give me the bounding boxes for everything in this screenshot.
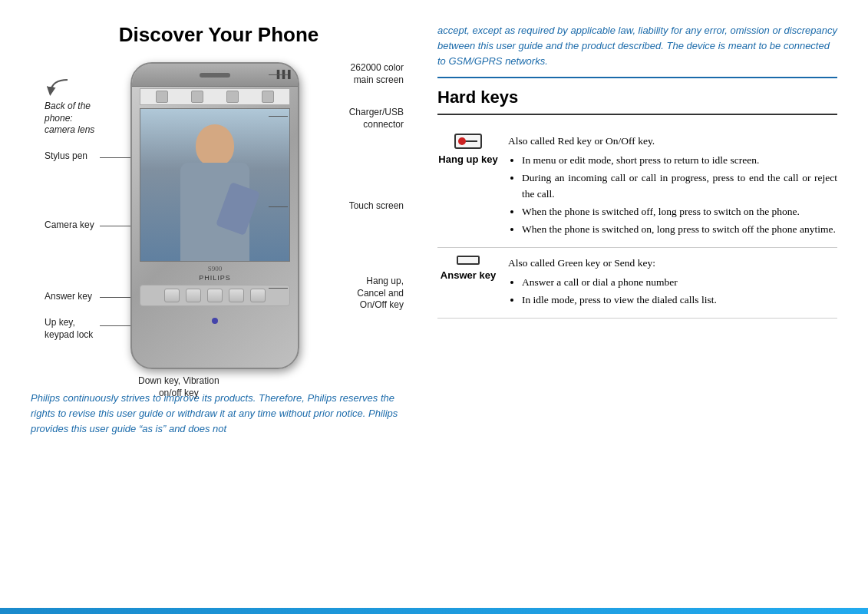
bluetooth-indicator (212, 318, 218, 324)
line-up-key (100, 325, 130, 326)
label-answer: Answer key (45, 291, 92, 303)
label-down-key: Down key, Vibrationon/off key (138, 375, 219, 399)
answer-key-label: Answer key (441, 269, 496, 281)
app-icon-2 (191, 91, 203, 103)
phone-screen (140, 108, 290, 262)
phone-brand: PHILIPS (132, 274, 298, 282)
answer-key-bullets: Answer a call or dial a phone number In … (508, 275, 837, 309)
phone-top-bar: ▌▌▌ (132, 64, 298, 87)
nav-btn-2 (186, 289, 201, 302)
section-divider (437, 114, 837, 115)
answer-bullet-1: Answer a call or dial a phone number (522, 275, 837, 291)
page: Discover Your Phone Back of the phone: c… (0, 0, 868, 614)
nav-btn-4 (229, 289, 244, 302)
label-main-screen: 262000 colormain screen (351, 62, 404, 86)
nav-btn-3 (207, 289, 223, 302)
app-icon-1 (156, 91, 168, 103)
person-head (196, 124, 234, 167)
hang-up-key-label: Hang up key (438, 154, 497, 165)
hang-up-key-entry: Hang up key Also called Red key or On/Of… (437, 126, 837, 248)
app-icon-4 (262, 91, 274, 103)
person-image (140, 109, 289, 261)
line-hang-up (269, 288, 288, 289)
right-top-text: accept, except as required by applicable… (437, 23, 837, 78)
hang-up-bullet-1: In menu or edit mode, short press to ret… (522, 153, 837, 169)
key-icon-line (465, 140, 477, 142)
phone-speaker (200, 73, 230, 78)
nav-btn-5 (250, 289, 266, 302)
answer-key-entry: Answer key Also called Green key or Send… (437, 248, 837, 319)
hang-up-key-title: Also called Red key or On/Off key. (508, 134, 837, 150)
hang-up-key-icon (454, 134, 482, 149)
phone-icon-bar (140, 88, 290, 105)
hang-up-key-desc: Also called Red key or On/Off key. In me… (508, 134, 837, 239)
left-column: Discover Your Phone Back of the phone: c… (31, 23, 430, 593)
main-content: Discover Your Phone Back of the phone: c… (0, 0, 868, 608)
line-camera (100, 226, 130, 226)
label-back-of-phone: Back of the phone: camera lens (45, 76, 106, 137)
app-icon-3 (226, 91, 239, 103)
label-hang-up: Hang up,Cancel andOn/Off key (357, 276, 404, 312)
hang-up-bullet-2: During an incoming call or call in progr… (522, 170, 837, 203)
right-column: accept, except as required by applicable… (430, 23, 837, 593)
line-touch-screen (269, 206, 288, 207)
answer-bullet-2: In idle mode, press to view the dialed c… (522, 292, 837, 309)
phone-diagram: Back of the phone: camera lens Stylus pe… (31, 62, 407, 385)
phone-nav-bar (140, 285, 290, 306)
line-answer (100, 297, 130, 298)
label-charger: Charger/USBconnector (349, 107, 404, 130)
hang-up-bullet-4: When the phone is switched on, long pres… (522, 222, 837, 238)
red-dot-icon (458, 137, 466, 145)
arrow-icon (45, 76, 74, 99)
hang-up-key-bullets: In menu or edit mode, short press to ret… (508, 153, 837, 238)
label-stylus: Stylus pen (45, 150, 87, 163)
label-up-key: Up key,keypad lock (45, 317, 93, 341)
answer-key-title: Also called Green key or Send key: (508, 256, 837, 272)
label-touch-screen: Touch screen (349, 200, 404, 213)
hang-up-key-icon-col: Hang up key (437, 134, 499, 165)
phone-shell: ▌▌▌ (130, 62, 299, 369)
answer-key-desc: Also called Green key or Send key: Answe… (508, 256, 837, 310)
label-camera: Camera key (45, 220, 94, 232)
page-title: Discover Your Phone (31, 23, 407, 47)
phone-bottom (132, 309, 298, 332)
line-charger (269, 116, 288, 117)
bottom-bar (0, 608, 868, 614)
answer-key-icon (457, 256, 480, 265)
line-stylus (100, 157, 130, 158)
hard-keys-title: Hard keys (437, 87, 837, 107)
phone-model: S900 (132, 265, 298, 272)
answer-key-icon-col: Answer key (437, 256, 499, 281)
line-main-screen (269, 74, 288, 75)
hang-up-bullet-3: When the phone is switched off, long pre… (522, 204, 837, 220)
nav-btn-1 (164, 289, 180, 302)
